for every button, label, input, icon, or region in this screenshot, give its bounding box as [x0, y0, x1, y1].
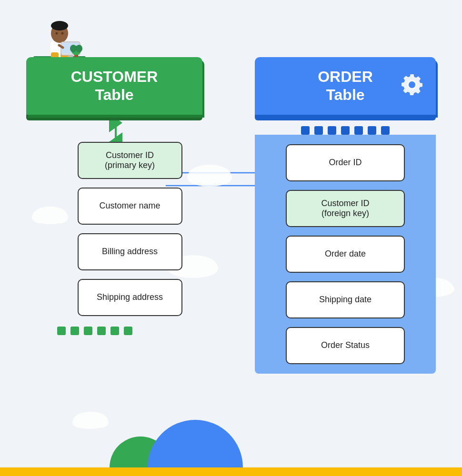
- order-dot-7: [381, 126, 390, 135]
- order-dot-4: [341, 126, 350, 135]
- order-dots: [255, 126, 436, 135]
- order-dot-3: [328, 126, 336, 135]
- svg-point-33: [56, 32, 58, 35]
- order-status-field: Order Status: [286, 327, 405, 364]
- order-field-wrap-1: Customer ID(foreign key): [269, 190, 422, 227]
- customer-dot-1: [57, 327, 66, 335]
- svg-point-28: [75, 419, 106, 429]
- customer-field-wrap-0: Customer ID(primary key): [26, 142, 202, 179]
- customer-dot-3: [84, 327, 92, 335]
- order-dot-5: [354, 126, 363, 135]
- customer-table-title: CUSTOMER Table: [36, 68, 193, 104]
- order-field-wrap-4: Order Status: [269, 327, 422, 364]
- order-table-title: ORDER Table: [318, 68, 373, 104]
- customer-dot-2: [70, 327, 79, 335]
- customer-field-wrap-3: Shipping address: [26, 279, 202, 316]
- customer-dots: [26, 327, 202, 335]
- svg-point-11: [211, 169, 232, 185]
- order-section: ORDER Table Order ID Customer ID: [255, 57, 436, 374]
- order-header-shadow: [255, 115, 436, 120]
- svg-point-27: [91, 416, 109, 428]
- bottom-bar: [0, 467, 462, 476]
- gear-icon: [398, 70, 426, 101]
- svg-point-32: [51, 21, 68, 30]
- order-field-wrap-3: Shipping date: [269, 281, 422, 318]
- customer-dot-4: [97, 327, 106, 335]
- customer-name-field: Customer name: [78, 188, 182, 225]
- order-dot-1: [301, 126, 310, 135]
- order-header: ORDER Table: [255, 57, 436, 115]
- svg-point-45: [76, 45, 82, 52]
- customer-dot-5: [110, 327, 119, 335]
- customer-field-wrap-1: Customer name: [26, 188, 202, 225]
- svg-point-44: [70, 45, 77, 52]
- shipping-address-field: Shipping address: [78, 279, 182, 316]
- svg-point-25: [73, 412, 108, 428]
- customer-id-field: Customer ID(primary key): [78, 142, 182, 179]
- shipping-date-field: Shipping date: [286, 281, 405, 318]
- order-fields: Order ID Customer ID(foreign key) Order …: [255, 135, 436, 374]
- customer-fields: Customer ID(primary key) Customer name B…: [26, 142, 202, 316]
- order-date-field: Order date: [286, 236, 405, 273]
- customer-header-shadow: [26, 115, 202, 120]
- customer-field-wrap-2: Billing address: [26, 233, 202, 270]
- customer-header: CUSTOMER Table: [26, 57, 202, 115]
- order-customer-id-field: Customer ID(foreign key): [286, 190, 405, 227]
- svg-point-26: [72, 416, 90, 428]
- customer-section: CUSTOMER Table Customer ID(primary key) …: [26, 57, 202, 335]
- order-dot-2: [314, 126, 323, 135]
- order-id-field: Order ID: [286, 144, 405, 181]
- order-field-wrap-0: Order ID: [269, 144, 422, 181]
- customer-dot-6: [124, 327, 132, 335]
- bg-blue-circle: [148, 420, 243, 467]
- billing-address-field: Billing address: [78, 233, 182, 270]
- order-field-wrap-2: Order date: [269, 236, 422, 273]
- svg-point-23: [435, 283, 454, 295]
- order-dot-6: [368, 126, 376, 135]
- svg-point-34: [61, 32, 64, 35]
